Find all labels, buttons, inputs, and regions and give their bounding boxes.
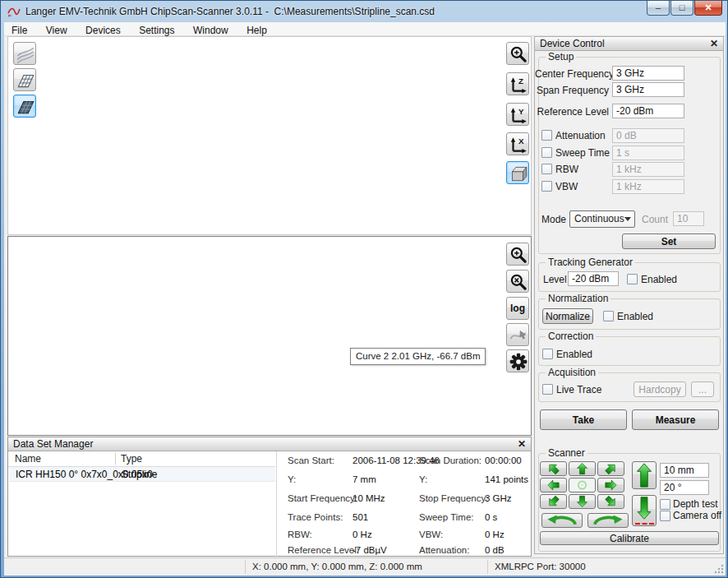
- surface-solid-button[interactable]: [13, 95, 36, 118]
- z-down-icon: [633, 496, 656, 520]
- move-down-left-button[interactable]: [540, 494, 567, 509]
- log-scale-button[interactable]: log: [506, 297, 529, 320]
- move-center-button[interactable]: [569, 478, 596, 492]
- vbw-checkbox[interactable]: [541, 181, 552, 192]
- cube-3d-icon: [508, 163, 529, 184]
- zoom-in-button[interactable]: [506, 243, 529, 266]
- menu-file[interactable]: File: [4, 23, 35, 37]
- surface-mesh-icon: [15, 70, 36, 91]
- zoom-3d-button[interactable]: [506, 42, 529, 65]
- pan-curve-icon: [508, 325, 529, 346]
- rotate-right-button[interactable]: [587, 513, 629, 528]
- data-set-manager-header[interactable]: Data Set Manager ✕: [8, 437, 531, 451]
- move-down-button[interactable]: [569, 494, 596, 509]
- info-label: Y:: [288, 474, 296, 484]
- set-button[interactable]: Set: [622, 234, 716, 249]
- pan-curve-button[interactable]: [506, 323, 529, 346]
- calibrate-button[interactable]: Calibrate: [540, 531, 719, 545]
- depth-limit-indicator: [635, 523, 654, 525]
- 3d-surface-plot[interactable]: [8, 37, 531, 234]
- svg-text:Z: Z: [518, 76, 523, 86]
- column-header-name[interactable]: Name: [15, 453, 41, 465]
- close-panel-icon[interactable]: ✕: [518, 438, 526, 450]
- minimize-button[interactable]: –: [647, 1, 670, 16]
- statusbar-separator: [487, 560, 488, 574]
- arrow-down-icon: [569, 495, 595, 508]
- surface-mesh-button[interactable]: [13, 68, 36, 91]
- mode-select[interactable]: Continuous: [569, 210, 635, 228]
- hardcopy-button: Hardcopy: [634, 381, 686, 397]
- sweep-time-checkbox[interactable]: [541, 147, 552, 158]
- info-label: Reference Level:: [288, 545, 359, 555]
- surface-lines-button[interactable]: [13, 42, 36, 65]
- rbw-checkbox[interactable]: [541, 164, 552, 174]
- move-down-right-button[interactable]: [597, 494, 624, 509]
- menu-window[interactable]: Window: [186, 23, 236, 37]
- column-header-type[interactable]: Type: [121, 453, 142, 465]
- menu-view[interactable]: View: [39, 23, 75, 37]
- arrow-left-icon: [541, 479, 566, 492]
- span-frequency-input[interactable]: [612, 82, 684, 97]
- status-bar: X: 0.000 mm, Y: 0.000 mm, Z: 0.000 mm XM…: [4, 557, 726, 576]
- axis-y-icon: Y: [508, 104, 529, 126]
- attenuation-checkbox[interactable]: [541, 130, 552, 141]
- move-up-right-button[interactable]: [597, 461, 624, 476]
- axis-z-button[interactable]: Z: [506, 72, 529, 95]
- normalize-button[interactable]: Normalize: [542, 308, 593, 324]
- measure-button[interactable]: Measure: [632, 409, 719, 430]
- take-button[interactable]: Take: [540, 409, 627, 430]
- move-right-button[interactable]: [597, 478, 624, 492]
- z-down-button[interactable]: [632, 495, 657, 526]
- zoom-out-button[interactable]: [506, 270, 529, 293]
- view-3d-button[interactable]: [506, 161, 529, 184]
- title-bar[interactable]: Langer EMV-Technik GmbH ChipScan-Scanner…: [1, 1, 728, 22]
- zoom-in-icon: [508, 244, 529, 266]
- live-trace-checkbox[interactable]: [542, 384, 553, 395]
- menu-help[interactable]: Help: [239, 23, 274, 37]
- center-frequency-input[interactable]: [612, 66, 684, 81]
- axis-x-button[interactable]: X: [506, 132, 529, 155]
- arrow-up-icon: [569, 462, 595, 475]
- menu-devices[interactable]: Devices: [78, 23, 128, 37]
- info-value: 3 GHz: [485, 493, 512, 503]
- info-value: 7 mm: [352, 474, 376, 484]
- axis-y-button[interactable]: Y: [506, 103, 529, 126]
- tg-level-input[interactable]: [568, 271, 619, 286]
- vbw-input: [612, 179, 684, 194]
- tg-enabled-checkbox[interactable]: [627, 274, 638, 284]
- menu-settings[interactable]: Settings: [131, 23, 182, 37]
- column-divider: [115, 453, 116, 465]
- move-up-left-button[interactable]: [540, 461, 567, 476]
- resize-grip[interactable]: [714, 564, 724, 574]
- step-size-input[interactable]: [660, 463, 709, 478]
- angle-step-input[interactable]: [660, 480, 709, 495]
- plot-settings-button[interactable]: [506, 349, 529, 372]
- correction-enabled-checkbox[interactable]: [542, 349, 553, 359]
- device-control-header[interactable]: Device Control ✕: [535, 37, 723, 51]
- reference-level-input[interactable]: [612, 104, 684, 118]
- rotate-left-button[interactable]: [541, 513, 583, 528]
- tg-enabled-label: Enabled: [641, 274, 677, 285]
- normalization-enabled-checkbox[interactable]: [603, 311, 614, 321]
- info-value: 10 MHz: [352, 493, 385, 503]
- depth-test-checkbox[interactable]: [660, 499, 670, 510]
- correction-enabled-label: Enabled: [556, 349, 592, 360]
- move-up-button[interactable]: [569, 461, 596, 476]
- attenuation-label: Attenuation: [555, 130, 606, 141]
- plot2d-panel: Curve 2 2.01 GHz, -66.7 dBm log: [7, 236, 532, 436]
- maximize-button[interactable]: □: [670, 1, 693, 16]
- z-up-button[interactable]: [632, 461, 657, 489]
- camera-off-checkbox[interactable]: [660, 511, 670, 521]
- 2d-line-plot[interactable]: [8, 237, 531, 435]
- table-row[interactable]: ICR HH150 0° 0x7x0_0x0.05x0 Stripline: [9, 467, 275, 482]
- info-value: 0 Hz: [485, 529, 505, 539]
- count-label: Count: [642, 214, 668, 225]
- mode-value: Continuous: [574, 213, 624, 224]
- close-panel-icon[interactable]: ✕: [710, 38, 718, 49]
- setup-group-label: Setup: [546, 51, 576, 62]
- zoom-icon: [508, 44, 529, 65]
- move-left-button[interactable]: [540, 478, 567, 492]
- close-button[interactable]: ✕: [694, 1, 722, 16]
- table-header-row: Name Type: [8, 451, 275, 467]
- surface-lines-icon: [15, 44, 36, 65]
